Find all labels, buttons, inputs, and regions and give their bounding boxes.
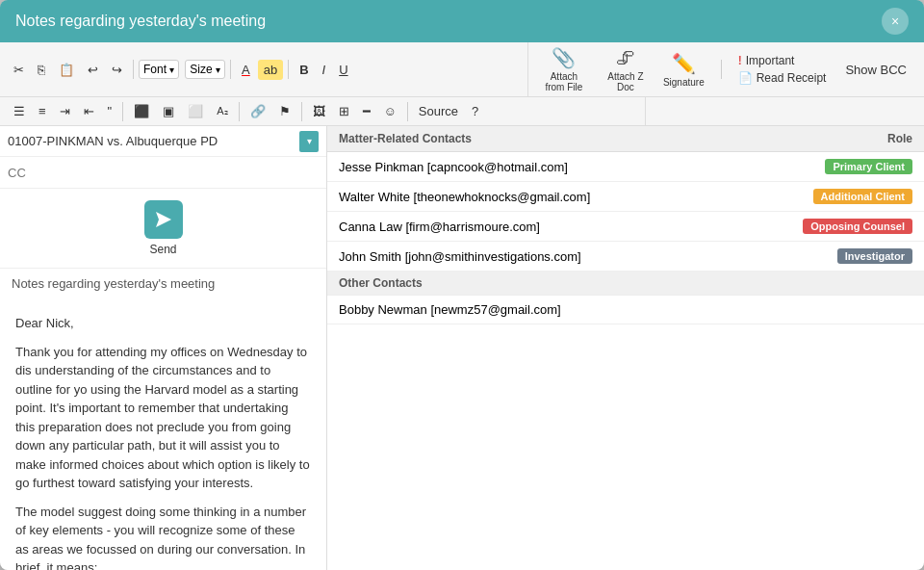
align-left-button[interactable]: ⬛ bbox=[128, 101, 155, 121]
contact-name: Canna Law [firm@harrismoure.com] bbox=[327, 212, 770, 242]
sep-t2-1 bbox=[122, 102, 123, 121]
paperclip-icon: 📎 bbox=[552, 46, 576, 69]
contact-role bbox=[770, 296, 924, 324]
read-receipt-button[interactable]: 📄 Read Receipt bbox=[738, 71, 827, 85]
subject-text: Notes regarding yesterday's meeting bbox=[12, 276, 215, 291]
toolbar-right-1: 📎 Attach from File 🖇 Attach Z Doc ✏️ Sig… bbox=[527, 42, 924, 96]
left-panel: 01007-PINKMAN vs. Albuquerque PD ▾ bbox=[0, 126, 327, 570]
important-button[interactable]: ! Important bbox=[738, 54, 827, 67]
case-selector[interactable]: 01007-PINKMAN vs. Albuquerque PD ▾ bbox=[8, 131, 319, 152]
sep-t2-4 bbox=[407, 102, 408, 121]
contact-role: Opposing Counsel bbox=[770, 212, 924, 242]
table-row: John Smith [john@smithinvestigations.com… bbox=[327, 242, 924, 272]
attach-file-label: Attach from File bbox=[540, 71, 588, 92]
sep-3 bbox=[288, 60, 289, 79]
underline-button[interactable]: U bbox=[333, 60, 353, 80]
role-badge: Opposing Counsel bbox=[803, 219, 912, 234]
size-arrow-icon: ▾ bbox=[216, 65, 220, 75]
matter-related-contacts: Jesse Pinkman [capncook@hotmail.com] Pri… bbox=[327, 152, 924, 324]
attach-z-doc-button[interactable]: 🖇 Attach Z Doc bbox=[602, 47, 650, 92]
sep-right-1 bbox=[721, 60, 722, 79]
toolbar-left-1: ✂ ⎘ 📋 ↩ ↪ Font ▾ Size ▾ A ab bbox=[0, 42, 527, 96]
size-select[interactable]: Size ▾ bbox=[185, 60, 225, 79]
other-contacts-header: Other Contacts bbox=[327, 272, 924, 296]
signature-icon: ✏️ bbox=[672, 52, 696, 75]
ordered-list-button[interactable]: ≡ bbox=[33, 101, 52, 121]
title-bar: Notes regarding yesterday's meeting × bbox=[0, 0, 924, 42]
sep-2 bbox=[230, 60, 231, 79]
table-row: Walter White [theonewhoknocks@gmail.com]… bbox=[327, 182, 924, 212]
link-button[interactable]: 🔗 bbox=[244, 101, 271, 121]
contact-name: Jesse Pinkman [capncook@hotmail.com] bbox=[327, 152, 770, 182]
attach-zdoc-label: Attach Z Doc bbox=[602, 71, 650, 92]
toolbar-right-2 bbox=[645, 97, 924, 125]
highlight-button[interactable]: ab bbox=[258, 60, 283, 80]
role-col-header: Role bbox=[770, 126, 924, 152]
table-row: Canna Law [firm@harrismoure.com] Opposin… bbox=[327, 212, 924, 242]
outdent-button[interactable]: ⇤ bbox=[78, 101, 100, 121]
contact-role: Additional Client bbox=[770, 182, 924, 212]
sep-1 bbox=[133, 60, 134, 79]
attach-from-file-button[interactable]: 📎 Attach from File bbox=[540, 46, 588, 92]
font-label: Font bbox=[143, 63, 167, 76]
right-panel: Matter-Related Contacts Role Jesse Pinkm… bbox=[327, 126, 924, 570]
cc-row bbox=[0, 157, 326, 188]
email-body[interactable]: Dear Nick, Thank you for attending my of… bbox=[0, 298, 326, 570]
unordered-list-button[interactable]: ☰ bbox=[8, 101, 31, 121]
role-badge: Investigator bbox=[837, 248, 912, 264]
table-row: Bobby Newman [newmz57@gmail.com] bbox=[327, 296, 924, 324]
undo-button[interactable]: ↩ bbox=[82, 60, 104, 80]
table-button[interactable]: ⊞ bbox=[333, 101, 355, 121]
emoji-button[interactable]: ☺ bbox=[378, 101, 402, 121]
importance-area: ! Important 📄 Read Receipt bbox=[738, 54, 827, 85]
flag-button[interactable]: ⚑ bbox=[273, 101, 296, 121]
hr-button[interactable]: ━ bbox=[357, 101, 376, 121]
help-button[interactable]: ? bbox=[466, 101, 484, 121]
source-button[interactable]: Source bbox=[413, 101, 464, 121]
send-button[interactable]: Send bbox=[144, 200, 183, 256]
close-button[interactable]: × bbox=[882, 8, 909, 35]
font-select[interactable]: Font ▾ bbox=[139, 60, 179, 79]
sep-t2-3 bbox=[301, 102, 302, 121]
font-color-button[interactable]: A bbox=[236, 60, 256, 80]
sep-t2-2 bbox=[239, 102, 240, 121]
subscript-button[interactable]: A₂ bbox=[211, 102, 233, 120]
image-button[interactable]: 🖼 bbox=[307, 101, 331, 121]
svg-marker-0 bbox=[156, 212, 171, 227]
subject-area: Notes regarding yesterday's meeting bbox=[0, 268, 326, 298]
to-row: 01007-PINKMAN vs. Albuquerque PD ▾ bbox=[0, 126, 326, 157]
send-icon bbox=[144, 200, 183, 239]
redo-button[interactable]: ↪ bbox=[106, 60, 128, 80]
align-right-button[interactable]: ⬜ bbox=[182, 101, 209, 121]
important-label: Important bbox=[746, 54, 795, 67]
paperclip2-icon: 🖇 bbox=[616, 47, 635, 69]
receipt-icon: 📄 bbox=[738, 71, 753, 85]
paragraph1: Thank you for attending my offices on We… bbox=[15, 343, 311, 493]
role-badge: Primary Client bbox=[825, 159, 912, 174]
paragraph2: The model suggest doing some thinking in… bbox=[15, 503, 311, 571]
bold-button[interactable]: B bbox=[294, 60, 314, 80]
exclamation-icon: ! bbox=[738, 54, 742, 67]
case-dropdown-icon[interactable]: ▾ bbox=[299, 131, 319, 152]
paste-button[interactable]: 📋 bbox=[53, 60, 80, 80]
copy-button[interactable]: ⎘ bbox=[32, 60, 51, 80]
send-label: Send bbox=[149, 243, 176, 256]
blockquote-button[interactable]: " bbox=[102, 101, 118, 121]
cc-input[interactable] bbox=[8, 166, 319, 180]
toolbar-row-1: ✂ ⎘ 📋 ↩ ↪ Font ▾ Size ▾ A ab bbox=[0, 42, 924, 97]
role-badge: Additional Client bbox=[813, 189, 912, 204]
italic-button[interactable]: I bbox=[317, 60, 332, 80]
contact-name: John Smith [john@smithinvestigations.com… bbox=[327, 242, 770, 272]
show-bcc-button[interactable]: Show BCC bbox=[839, 60, 912, 80]
table-row: Jesse Pinkman [capncook@hotmail.com] Pri… bbox=[327, 152, 924, 182]
contacts-table: Matter-Related Contacts Role Jesse Pinkm… bbox=[327, 126, 924, 324]
cut-button[interactable]: ✂ bbox=[8, 60, 30, 80]
align-center-button[interactable]: ▣ bbox=[157, 101, 180, 121]
main-content: 01007-PINKMAN vs. Albuquerque PD ▾ bbox=[0, 126, 924, 570]
indent-button[interactable]: ⇥ bbox=[54, 101, 76, 121]
contact-col-header: Matter-Related Contacts bbox=[327, 126, 770, 152]
greeting: Dear Nick, bbox=[15, 314, 311, 333]
signature-button[interactable]: ✏️ Signature bbox=[663, 52, 705, 88]
font-arrow-icon: ▾ bbox=[169, 65, 174, 75]
send-area: Send bbox=[0, 189, 326, 268]
